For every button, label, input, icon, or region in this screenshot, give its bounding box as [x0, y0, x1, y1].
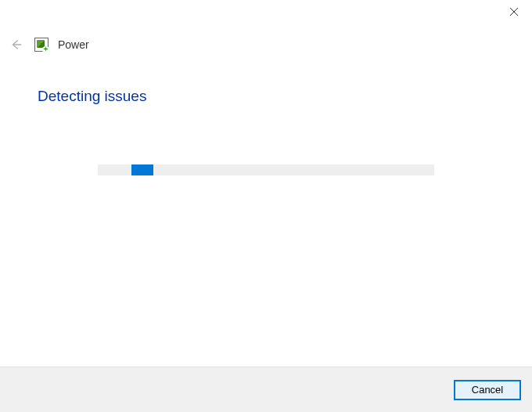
close-icon	[509, 7, 519, 16]
progress-bar	[98, 164, 434, 175]
troubleshooter-name: Power	[58, 38, 89, 51]
page-heading: Detecting issues	[38, 88, 494, 105]
back-arrow-icon	[9, 38, 23, 52]
cancel-button[interactable]: Cancel	[454, 380, 521, 400]
close-button[interactable]	[496, 0, 532, 23]
footer: Cancel	[0, 367, 532, 412]
header: Power	[0, 25, 532, 53]
power-troubleshooter-icon	[34, 38, 49, 52]
progress-indicator	[131, 164, 153, 175]
back-button[interactable]	[8, 36, 25, 53]
progress-track	[98, 164, 434, 175]
titlebar	[0, 0, 532, 25]
content: Detecting issues	[0, 53, 532, 175]
